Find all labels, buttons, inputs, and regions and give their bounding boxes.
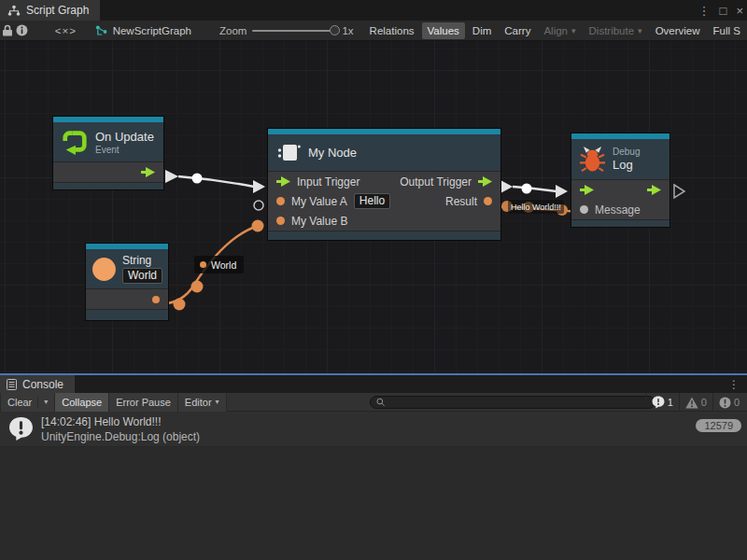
node-title: Log bbox=[613, 158, 640, 172]
console-counters: 1 0 0 bbox=[645, 393, 745, 412]
node-on-update-body bbox=[53, 161, 163, 182]
console-panel: Console ⋮ Clear ▾ Collapse Error Pause E… bbox=[0, 373, 747, 560]
console-menu-icon[interactable]: ⋮ bbox=[728, 378, 740, 391]
event-loop-icon bbox=[62, 129, 88, 155]
string-value-field[interactable]: World bbox=[122, 268, 162, 284]
search-input[interactable] bbox=[389, 398, 649, 408]
warning-triangle-icon bbox=[685, 397, 698, 409]
align-button[interactable]: Align▾ bbox=[538, 22, 581, 39]
console-list-icon bbox=[7, 379, 17, 390]
console-tabbar: Console ⋮ bbox=[0, 375, 747, 393]
tab-console-label: Console bbox=[22, 378, 63, 391]
message-port-label: Message bbox=[595, 203, 641, 217]
tab-script-graph[interactable]: Script Graph bbox=[0, 0, 100, 21]
collapse-count-badge: 12579 bbox=[696, 419, 741, 432]
chevron-down-icon: ▾ bbox=[638, 26, 642, 35]
node-debug-titles: Debug Log bbox=[613, 147, 640, 172]
node-debug-log[interactable]: Debug Log Message bbox=[571, 133, 669, 227]
window-controls: ⋮ □ × bbox=[698, 0, 743, 21]
tab-console[interactable]: Console bbox=[0, 375, 75, 393]
chevron-down-icon: ▾ bbox=[216, 398, 219, 406]
graph-canvas[interactable]: On Update Event My Node bbox=[0, 41, 747, 373]
unity-script-graph-window: Script Graph ⋮ □ × <×> NewScriptGraph Zo… bbox=[0, 0, 747, 560]
overview-button[interactable]: Overview bbox=[650, 22, 706, 39]
info-icon bbox=[16, 24, 28, 36]
chevron-down-icon: ▾ bbox=[571, 26, 576, 35]
graph-toolbar: <×> NewScriptGraph Zoom 1x Relations Val… bbox=[0, 21, 747, 41]
node-string-body bbox=[86, 288, 168, 309]
zoom-value: 1x bbox=[342, 25, 353, 36]
info-bubble-icon bbox=[652, 396, 665, 409]
value-input-port[interactable] bbox=[580, 205, 588, 214]
error-pause-button[interactable]: Error Pause bbox=[109, 393, 178, 412]
carry-button[interactable]: Carry bbox=[499, 22, 536, 39]
window-tabbar: Script Graph ⋮ □ × bbox=[0, 0, 747, 21]
search-icon bbox=[376, 398, 386, 407]
console-search[interactable] bbox=[370, 396, 655, 409]
string-literal-icon bbox=[92, 257, 117, 282]
node-my-node-header: My Node bbox=[268, 134, 500, 171]
node-on-update[interactable]: On Update Event bbox=[53, 117, 163, 189]
my-value-a-label: My Value A bbox=[291, 195, 347, 208]
divider bbox=[37, 397, 38, 408]
error-circle-icon bbox=[719, 397, 731, 409]
distribute-button[interactable]: Distribute▾ bbox=[584, 22, 648, 39]
my-value-b-label: My Value B bbox=[291, 215, 347, 228]
node-title: My Node bbox=[308, 146, 357, 160]
output-trigger-label: Output Trigger bbox=[400, 175, 472, 189]
tab-script-graph-label: Script Graph bbox=[26, 4, 89, 17]
input-trigger-label: Input Trigger bbox=[297, 175, 359, 189]
flow-input-port[interactable] bbox=[580, 185, 594, 195]
clear-button[interactable]: Clear ▾ bbox=[0, 393, 55, 412]
wire-mynode-to-debuglog[interactable] bbox=[500, 180, 568, 198]
value-input-port[interactable] bbox=[276, 197, 285, 205]
value-input-port[interactable] bbox=[276, 217, 285, 225]
unconnected-flow-arrow[interactable] bbox=[674, 185, 684, 198]
zoom-control: Zoom 1x bbox=[219, 25, 354, 36]
wire-onupdate-to-mynode[interactable] bbox=[165, 170, 265, 193]
node-my-node[interactable]: My Node Input Trigger Output Trigger My … bbox=[268, 129, 500, 240]
console-toolbar: Clear ▾ Collapse Error Pause Editor ▾ 1 bbox=[0, 393, 747, 412]
log-entry-row[interactable]: [14:02:46] Hello World!!! UnityEngine.De… bbox=[0, 412, 747, 447]
my-value-a-field[interactable]: Hello bbox=[354, 193, 390, 209]
flow-output-port[interactable] bbox=[478, 176, 492, 187]
full-screen-button[interactable]: Full S bbox=[708, 22, 746, 39]
relations-button[interactable]: Relations bbox=[364, 22, 420, 39]
values-button[interactable]: Values bbox=[422, 22, 465, 39]
node-my-node-body: Input Trigger Output Trigger My Value A … bbox=[268, 171, 500, 231]
close-icon[interactable]: × bbox=[736, 4, 743, 18]
zoom-slider-track[interactable] bbox=[252, 30, 336, 32]
node-footer bbox=[86, 309, 168, 320]
unconnected-port-circle[interactable] bbox=[254, 201, 263, 210]
editor-dropdown[interactable]: Editor ▾ bbox=[178, 393, 227, 412]
graph-toolbar-buttons: Relations Values Dim Carry Align▾ Distri… bbox=[363, 22, 747, 39]
result-label: Result bbox=[445, 195, 477, 208]
flow-output-port[interactable] bbox=[141, 167, 155, 177]
script-graph-icon bbox=[95, 25, 107, 36]
lock-button[interactable] bbox=[0, 21, 15, 41]
node-title: On Update bbox=[95, 130, 154, 144]
error-count-toggle[interactable]: 0 bbox=[712, 393, 745, 412]
wire-value-label-world: World bbox=[194, 256, 244, 273]
warning-count-toggle[interactable]: 0 bbox=[679, 393, 712, 412]
info-count-toggle[interactable]: 1 bbox=[645, 393, 679, 412]
info-bubble-icon bbox=[8, 416, 34, 441]
value-output-port[interactable] bbox=[484, 197, 492, 205]
info-button[interactable] bbox=[15, 21, 30, 41]
code-view-button[interactable]: <×> bbox=[53, 25, 78, 36]
collapse-button[interactable]: Collapse bbox=[55, 393, 109, 412]
flow-output-port[interactable] bbox=[647, 185, 661, 195]
flow-input-port[interactable] bbox=[276, 176, 290, 187]
node-string-titles: String World bbox=[122, 254, 162, 284]
zoom-slider-handle[interactable] bbox=[330, 25, 340, 35]
dim-button[interactable]: Dim bbox=[467, 22, 497, 39]
graph-tree-icon bbox=[7, 5, 21, 17]
maximize-icon[interactable]: □ bbox=[720, 4, 727, 18]
node-footer bbox=[53, 182, 163, 189]
graph-name-group[interactable]: NewScriptGraph bbox=[95, 25, 191, 36]
window-menu-icon[interactable]: ⋮ bbox=[698, 4, 711, 18]
node-string[interactable]: String World bbox=[86, 244, 168, 320]
node-title: String bbox=[122, 254, 162, 267]
node-string-header: String World bbox=[86, 249, 168, 288]
value-output-port[interactable] bbox=[152, 296, 160, 303]
